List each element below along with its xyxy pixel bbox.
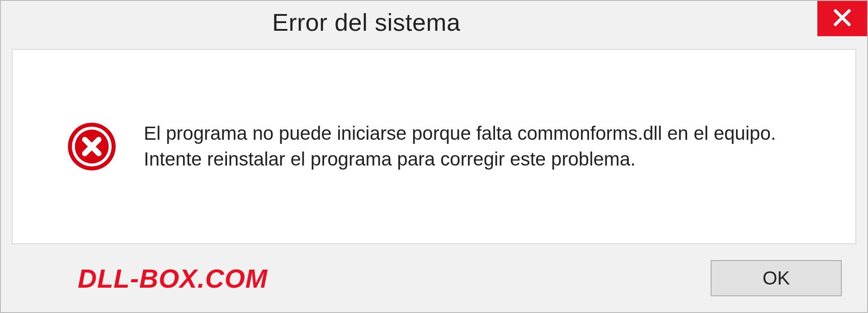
close-icon [830,6,854,31]
error-dialog: Error del sistema El programa no puede i… [0,0,868,313]
error-message: El programa no puede iniciarse porque fa… [144,121,777,172]
watermark-text: DLL-BOX.COM [78,263,268,294]
dialog-title: Error del sistema [1,1,461,36]
error-icon [67,122,117,171]
close-button[interactable] [817,1,867,36]
dialog-footer: DLL-BOX.COM OK [1,244,867,312]
ok-button[interactable]: OK [711,260,842,296]
titlebar: Error del sistema [1,1,867,45]
dialog-body: El programa no puede iniciarse porque fa… [12,49,856,244]
